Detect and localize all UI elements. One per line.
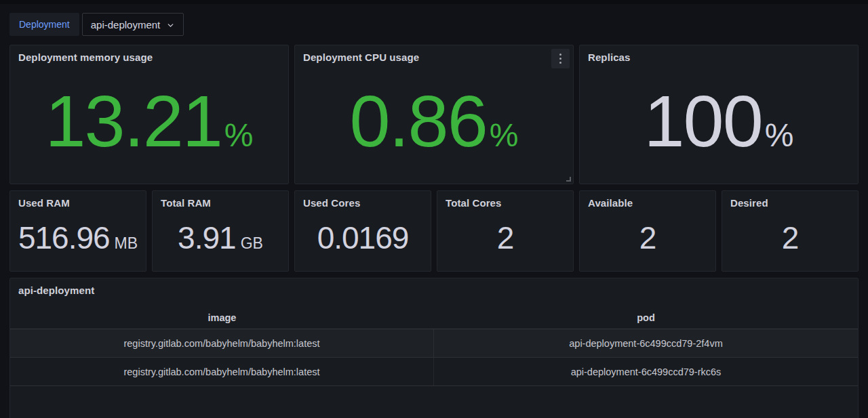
grafana-dashboard: Deployment api-deployment Deployment mem… — [0, 4, 868, 418]
stat-unit: MB — [115, 236, 138, 251]
stat-area: 100 % — [580, 63, 858, 180]
table-cell-image: registry.gitlab.com/babyhelm/babyhelm:la… — [10, 329, 434, 357]
panel-deployment-memory-usage: Deployment memory usage 13.21 % — [9, 45, 289, 184]
panel-title[interactable]: Deployment memory usage — [10, 45, 288, 63]
panel-used-ram: Used RAM 516.96 MB — [9, 190, 146, 272]
stat-value: 2 — [639, 222, 656, 253]
variables-toolbar: Deployment api-deployment — [9, 13, 859, 36]
panel-deployment-cpu-usage: Deployment CPU usage 0.86 % — [294, 45, 574, 184]
panel-title[interactable]: Total RAM — [153, 191, 288, 209]
stat-unit: GB — [241, 236, 263, 251]
stat-area: 0.0169 — [295, 209, 431, 267]
stat-area: 2 — [722, 209, 858, 267]
kebab-menu-icon — [559, 58, 561, 60]
table-cell-pod: api-deployment-6c499ccd79-rkc6s — [434, 358, 858, 385]
stat-value: 2 — [782, 222, 799, 253]
stat-area: 2 — [437, 209, 573, 267]
column-header-pod[interactable]: pod — [434, 307, 858, 329]
panel-title[interactable]: Desired — [722, 191, 858, 209]
chevron-down-icon — [166, 21, 175, 30]
table-row: registry.gitlab.com/babyhelm/babyhelm:la… — [10, 329, 858, 357]
panel-used-cores: Used Cores 0.0169 — [294, 190, 431, 272]
panel-total-cores: Total Cores 2 — [437, 190, 574, 272]
table-cell-pod: api-deployment-6c499ccd79-2f4vm — [434, 329, 858, 357]
stat-value: 516.96 — [18, 222, 110, 253]
stat-value: 13.21 — [45, 85, 222, 158]
table-header-row: image pod — [10, 307, 858, 329]
stat-area: 13.21 % — [10, 63, 288, 180]
stat-area: 516.96 MB — [10, 209, 146, 267]
stat-value: 3.91 — [178, 222, 236, 253]
stat-unit: % — [224, 119, 254, 152]
variable-dropdown-value: api-deployment — [91, 19, 161, 30]
panel-title[interactable]: Available — [580, 191, 715, 209]
panel-available: Available 2 — [579, 190, 716, 272]
stat-row-small: Used RAM 516.96 MB Total RAM 3.91 GB Use… — [9, 190, 859, 272]
stat-area: 2 — [580, 209, 715, 267]
stat-value: 0.86 — [350, 85, 487, 158]
panel-replicas: Replicas 100 % — [579, 45, 859, 184]
resize-corner-icon[interactable] — [566, 177, 571, 182]
panel-title[interactable]: api-deployment — [10, 278, 858, 296]
panel-total-ram: Total RAM 3.91 GB — [152, 190, 289, 272]
panel-title[interactable]: Used RAM — [10, 191, 146, 209]
variable-dropdown-deployment[interactable]: api-deployment — [82, 13, 184, 36]
variable-label-deployment[interactable]: Deployment — [9, 13, 79, 36]
kebab-menu-icon — [559, 54, 561, 56]
stat-value: 2 — [497, 222, 514, 253]
panel-title[interactable]: Used Cores — [295, 191, 431, 209]
panel-title[interactable]: Deployment CPU usage — [295, 45, 573, 63]
table-cell-image: registry.gitlab.com/babyhelm/babyhelm:la… — [10, 358, 434, 385]
panel-desired: Desired 2 — [722, 190, 859, 272]
stat-area: 3.91 GB — [153, 209, 288, 267]
column-header-image[interactable]: image — [10, 307, 434, 329]
panel-title[interactable]: Replicas — [580, 45, 858, 63]
stat-value: 100 — [644, 85, 762, 158]
table-row: registry.gitlab.com/babyhelm/babyhelm:la… — [10, 357, 858, 386]
stat-unit: % — [765, 119, 794, 152]
panel-api-deployment-table: api-deployment image pod registry.gitlab… — [9, 278, 859, 418]
stat-area: 0.86 % — [295, 63, 573, 180]
pods-table: image pod registry.gitlab.com/babyhelm/b… — [10, 307, 858, 386]
stat-unit: % — [490, 119, 519, 152]
stat-value: 0.0169 — [317, 222, 409, 253]
panel-title[interactable]: Total Cores — [437, 191, 573, 209]
stat-row-large: Deployment memory usage 13.21 % Deployme… — [9, 45, 859, 184]
